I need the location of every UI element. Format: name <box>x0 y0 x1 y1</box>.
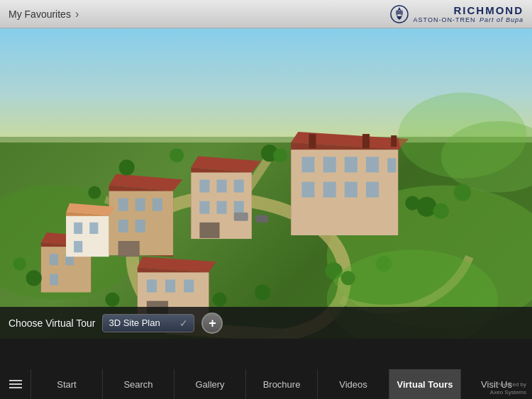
svg-point-77 <box>212 293 226 307</box>
svg-rect-47 <box>50 274 58 285</box>
add-button[interactable]: + <box>201 313 223 334</box>
my-favourites-button[interactable]: My Favourites › <box>9 8 79 21</box>
svg-rect-39 <box>217 201 227 214</box>
svg-rect-22 <box>391 135 397 147</box>
svg-point-63 <box>119 159 135 175</box>
svg-point-68 <box>405 196 419 210</box>
svg-rect-28 <box>153 198 162 211</box>
main-aerial-view: Choose Virtual Tour 3D Site Plan ✓ + <box>0 28 532 339</box>
svg-rect-45 <box>50 254 58 265</box>
svg-rect-79 <box>255 215 268 223</box>
svg-rect-37 <box>234 179 244 192</box>
brand-emblem-icon <box>389 4 409 24</box>
chevron-right-icon: › <box>75 8 79 21</box>
hamburger-icon <box>9 380 22 388</box>
svg-point-69 <box>454 184 471 201</box>
svg-point-81 <box>398 93 526 179</box>
brand-name: RICHMOND <box>414 4 523 16</box>
svg-point-65 <box>88 186 101 199</box>
svg-rect-41 <box>199 223 219 238</box>
svg-rect-52 <box>165 279 175 292</box>
svg-rect-17 <box>323 181 336 197</box>
svg-point-64 <box>170 148 184 162</box>
my-favourites-label: My Favourites <box>9 9 71 20</box>
svg-rect-60 <box>74 241 82 252</box>
brand-subtitle: ASTON-ON-TREN Part of Bupa <box>414 16 523 23</box>
nav-item-start[interactable]: Start <box>31 369 103 399</box>
svg-rect-20 <box>309 134 316 148</box>
svg-point-67 <box>433 203 449 219</box>
svg-rect-21 <box>362 134 370 148</box>
svg-rect-38 <box>199 201 209 214</box>
site-plan-text: 3D Site Plan <box>109 317 175 328</box>
svg-rect-40 <box>234 201 244 214</box>
svg-point-73 <box>255 284 270 300</box>
svg-point-70 <box>26 270 42 286</box>
svg-rect-59 <box>89 223 98 234</box>
svg-rect-11 <box>301 157 314 172</box>
svg-rect-29 <box>118 220 128 232</box>
svg-rect-26 <box>118 198 128 211</box>
powered-by-label: Powered by Axeo Systems <box>490 381 526 396</box>
svg-rect-78 <box>234 213 248 221</box>
svg-rect-18 <box>345 181 358 197</box>
nav-item-virtual-tours[interactable]: Virtual Tours <box>389 369 461 399</box>
nav-item-brochure[interactable]: Brochure <box>246 369 318 399</box>
bupa-tag: Part of Bupa <box>480 16 523 23</box>
brand-logo: RICHMOND ASTON-ON-TREN Part of Bupa <box>389 4 523 24</box>
svg-rect-13 <box>345 157 358 172</box>
svg-rect-53 <box>184 279 194 292</box>
svg-rect-58 <box>74 223 82 234</box>
choose-virtual-tour-label: Choose Virtual Tour <box>9 317 95 329</box>
aerial-buildings-svg <box>0 28 532 339</box>
svg-rect-36 <box>217 179 227 192</box>
svg-rect-15 <box>387 158 396 172</box>
svg-rect-51 <box>147 279 157 292</box>
svg-rect-19 <box>366 181 379 197</box>
svg-point-71 <box>13 257 26 270</box>
site-plan-dropdown[interactable]: 3D Site Plan ✓ <box>102 314 194 332</box>
svg-point-62 <box>273 148 287 162</box>
checkmark-icon: ✓ <box>179 317 188 329</box>
svg-rect-57 <box>66 216 109 257</box>
svg-rect-12 <box>323 157 336 172</box>
nav-item-gallery[interactable]: Gallery <box>174 369 246 399</box>
svg-rect-14 <box>366 157 379 172</box>
svg-rect-30 <box>135 220 145 232</box>
nav-item-search[interactable]: Search <box>103 369 174 399</box>
hamburger-menu-button[interactable] <box>0 369 31 399</box>
bottom-navigation: Start Search Gallery Brochure Videos Vir… <box>0 369 532 399</box>
svg-rect-31 <box>118 241 140 257</box>
header-bar: My Favourites › RICHMOND ASTON-ON-TREN P… <box>0 0 532 28</box>
nav-item-videos[interactable]: Videos <box>318 369 389 399</box>
brand-text: RICHMOND ASTON-ON-TREN Part of Bupa <box>414 4 523 23</box>
svg-rect-35 <box>199 179 209 192</box>
svg-rect-27 <box>135 198 145 211</box>
svg-rect-16 <box>301 181 314 197</box>
virtual-tour-bar: Choose Virtual Tour 3D Site Plan ✓ + <box>0 307 532 339</box>
plus-icon: + <box>209 317 216 330</box>
svg-point-72 <box>105 293 119 307</box>
